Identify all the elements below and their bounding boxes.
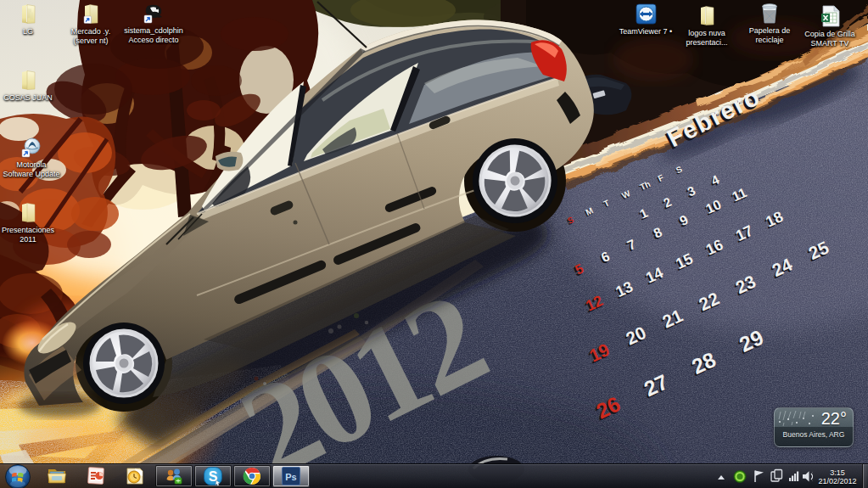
svg-text:Ps: Ps — [285, 472, 296, 482]
